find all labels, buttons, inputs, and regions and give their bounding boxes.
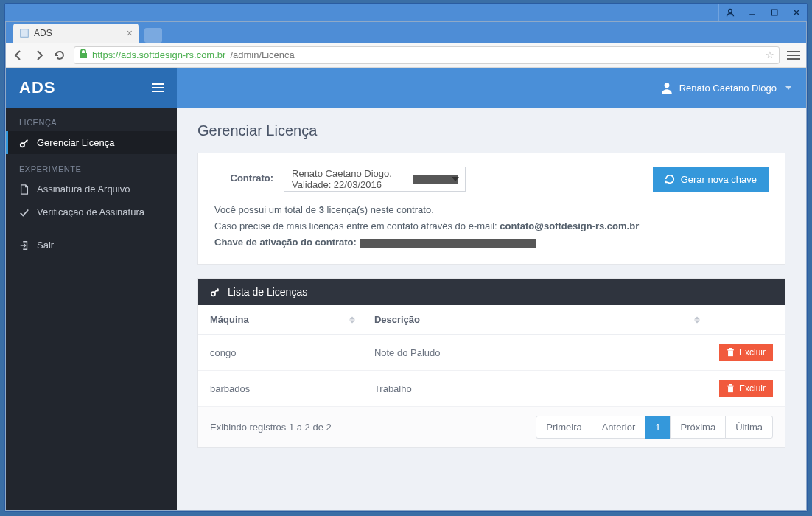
svg-rect-6 [80,53,87,58]
panel-title: Lista de Licenças [228,286,307,298]
page-title: Gerenciar Licença [197,122,785,139]
generate-key-button[interactable]: Gerar nova chave [653,167,769,192]
trash-icon [727,348,735,357]
close-window-button[interactable] [785,4,807,21]
activation-key-label: Chave de ativação do contrato: [214,237,360,248]
tab-title: ADS [34,28,52,38]
sidebar-item-label: Assinatura de Arquivo [37,184,130,195]
svg-rect-17 [729,348,732,349]
sidebar-item-label: Gerenciar Licença [37,137,115,148]
page-last[interactable]: Última [725,416,773,439]
info-total-suffix: licença(s) neste contrato. [324,204,434,215]
contract-label: Contrato: [214,167,273,184]
cell-machine: congo [198,335,363,371]
page-first[interactable]: Primeira [536,416,592,439]
address-bar[interactable]: https://ads.softdesign-rs.com.br/admin/L… [74,46,780,64]
contract-select[interactable]: Renato Caetano Diogo. Validade: 22/03/20… [284,167,466,192]
svg-rect-5 [21,29,29,38]
page-number[interactable]: 1 [645,416,671,439]
sidebar-item-verificacao-assinatura[interactable]: Verificação de Assinatura [6,201,177,223]
user-switch-button[interactable] [718,4,741,21]
os-titlebar [5,4,807,21]
app-viewport: ADS LICENÇA Gerenciar Licença EXPERIMENT… [6,68,806,510]
svg-rect-15 [728,351,733,357]
sidebar-group-experimente: EXPERIMENTE [6,154,177,178]
sidebar-item-sair[interactable]: Sair [6,234,177,257]
contract-select-value: Renato Caetano Diogo. Validade: 22/03/20… [292,168,409,190]
delete-button[interactable]: Excluir [719,380,773,397]
svg-point-0 [728,10,732,13]
sort-icon [349,316,355,323]
sidebar-item-label: Verificação de Assinatura [37,206,144,217]
sidebar-item-assinatura-arquivo[interactable]: Assinatura de Arquivo [6,178,177,201]
sidebar-toggle-button[interactable] [152,83,164,92]
user-menu[interactable]: Renato Caetano Diogo [660,81,791,94]
delete-button[interactable]: Excluir [719,344,773,361]
info-total-count: 3 [319,204,324,215]
chevron-down-icon [785,86,791,90]
info-contact-prefix: Caso precise de mais licenças entre em c… [214,220,500,231]
lock-icon [79,49,88,61]
license-table: Máquina Descrição [198,305,785,407]
back-button[interactable] [12,49,25,62]
reload-button[interactable] [53,49,66,62]
svg-rect-16 [727,349,734,351]
svg-rect-20 [729,384,732,386]
svg-line-14 [217,290,219,292]
svg-line-9 [27,141,28,142]
info-total-prefix: Você possui um total de [214,204,319,215]
chevron-down-icon [452,177,459,181]
column-machine[interactable]: Máquina [198,305,363,335]
column-description[interactable]: Descrição [363,305,707,335]
main-area: Renato Caetano Diogo Gerenciar Licença C… [177,68,806,510]
contract-card: Contrato: Renato Caetano Diogo. Validade… [197,153,785,265]
contract-row: Contrato: Renato Caetano Diogo. Validade… [214,167,769,192]
user-icon [660,81,673,94]
favicon-icon [19,28,29,38]
close-tab-icon[interactable]: × [127,27,133,39]
logout-icon [19,240,29,251]
contract-info: Você possui um total de 3 licença(s) nes… [214,202,769,251]
table-row: barbados Trabalho Excluir [198,371,785,407]
key-icon [210,287,220,297]
page-next[interactable]: Próxima [670,416,726,439]
refresh-icon [665,174,675,184]
column-label: Máquina [210,314,249,325]
column-actions [707,305,785,335]
new-tab-button[interactable] [144,28,162,43]
sidebar-item-gerenciar-licenca[interactable]: Gerenciar Licença [6,131,177,154]
forward-button[interactable] [32,49,46,62]
page-prev[interactable]: Anterior [592,416,646,439]
brand-row: ADS [6,68,177,108]
file-icon [19,184,29,195]
sidebar: ADS LICENÇA Gerenciar Licença EXPERIMENT… [6,68,177,510]
browser-frame: ADS × https://ads.softdesign-rs.com.br/a… [5,21,807,511]
minimize-button[interactable] [741,4,763,21]
sidebar-group-licenca: LICENÇA [6,108,177,131]
table-row: congo Note do Paludo Excluir [198,335,785,371]
svg-point-11 [664,83,669,88]
cell-description: Note do Paludo [363,335,707,371]
url-scheme: https:// [92,49,121,60]
redacted-text [360,239,536,248]
browser-menu-button[interactable] [787,51,800,60]
key-icon [19,138,29,148]
browser-tab[interactable]: ADS × [13,24,139,43]
cell-description: Trabalho [363,371,707,407]
maximize-button[interactable] [763,4,785,21]
user-name: Renato Caetano Diogo [679,83,777,94]
check-icon [19,207,29,217]
pagination: Primeira Anterior 1 Próxima Última [536,416,773,439]
sort-icon [694,316,700,323]
brand-logo: ADS [19,78,55,97]
svg-rect-2 [771,10,777,15]
redacted-text [413,175,458,184]
url-path: /admin/Licenca [230,49,294,60]
svg-rect-19 [727,386,734,387]
cell-machine: barbados [198,371,363,407]
bookmark-star-icon[interactable]: ☆ [766,49,774,60]
url-host: ads.softdesign-rs.com.br [121,49,225,60]
tab-strip: ADS × [6,22,806,43]
browser-toolbar: https://ads.softdesign-rs.com.br/admin/L… [6,43,806,68]
column-label: Descrição [374,314,420,325]
